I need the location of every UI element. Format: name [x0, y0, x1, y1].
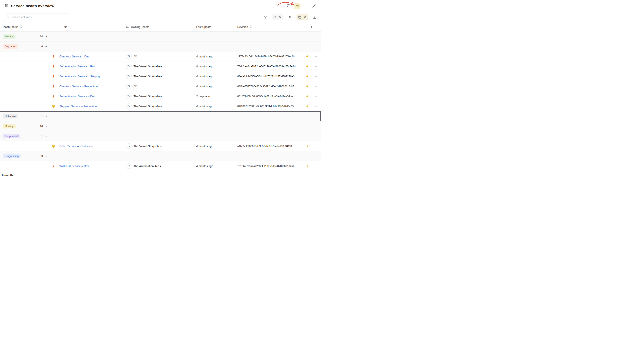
- search-box[interactable]: [4, 14, 71, 21]
- revision-value: 78dc2aa64a7b72de545278a7ad28609e1f547e2d: [237, 65, 296, 68]
- filter-button[interactable]: [262, 14, 268, 20]
- status-badge: Progressing: [3, 154, 20, 159]
- table-row[interactable]: Wish List Service – Dev TA The Automatio…: [0, 161, 320, 171]
- chevron-icon[interactable]: [45, 135, 48, 138]
- entity-link[interactable]: Authentication Service – Dev: [60, 95, 95, 98]
- column-header-revision[interactable]: Revision: [236, 25, 302, 29]
- microservice-icon: [52, 164, 56, 168]
- column-header-owning-teams[interactable]: Owning Teams: [123, 25, 195, 29]
- run-action-icon[interactable]: [306, 85, 309, 88]
- results-count: 6 results: [2, 174, 14, 177]
- owning-teams-cell: [123, 32, 195, 41]
- last-update-cell: 4 months ago: [195, 71, 236, 81]
- chevron-icon[interactable]: [45, 35, 48, 38]
- last-update-cell: 4 months ago: [195, 141, 236, 151]
- avatar: TV: [126, 104, 132, 109]
- save-button[interactable]: [294, 3, 300, 9]
- owning-teams-cell: TA The Automation Aces: [123, 161, 195, 171]
- collapse-button[interactable]: [310, 3, 317, 9]
- row-menu-icon[interactable]: [314, 75, 317, 78]
- actions-cell: [302, 91, 321, 101]
- download-button[interactable]: [312, 14, 318, 20]
- group-row[interactable]: Degraded 6: [0, 42, 320, 52]
- owning-teams-cell: [123, 121, 195, 131]
- table-row[interactable]: Authentication Service – Prod TV The Vis…: [0, 62, 320, 71]
- revision-cell: a1be5df5f08075dc9c53cbf97b3fcdad98c342f0: [236, 141, 302, 151]
- team-avatars: TATF: [126, 54, 138, 59]
- entity-link[interactable]: Wish List Service – Dev: [60, 165, 89, 168]
- group-row[interactable]: Progressing 3: [0, 151, 320, 161]
- row-menu-icon[interactable]: [314, 105, 317, 108]
- health-status-cell: [0, 81, 50, 91]
- toolbar: [0, 12, 322, 22]
- run-action-icon[interactable]: [306, 55, 309, 58]
- group-count: 6: [41, 45, 43, 48]
- group-row[interactable]: Healthy 24: [0, 32, 320, 42]
- info-icon[interactable]: [20, 25, 22, 29]
- table-row[interactable]: Authentication Service – Staging TV The …: [0, 71, 320, 81]
- team-name: The Visual Storytellers: [134, 65, 162, 68]
- sort-button[interactable]: [287, 14, 293, 20]
- owning-teams-cell: [123, 151, 195, 161]
- run-action-icon[interactable]: [306, 144, 309, 148]
- row-menu-icon[interactable]: [314, 55, 317, 58]
- last-update-cell: [195, 131, 236, 141]
- actions-cell: [302, 131, 321, 141]
- table-row[interactable]: Authentication Service – Dev TV The Visu…: [0, 91, 320, 101]
- avatar: TA: [126, 163, 132, 169]
- run-action-icon[interactable]: [306, 65, 309, 68]
- table-row[interactable]: Order Service – Production TV The Visual…: [0, 141, 320, 151]
- health-status-cell: [0, 52, 50, 61]
- entity-link[interactable]: Checkout Service – Dev: [60, 55, 89, 58]
- row-menu-icon[interactable]: [314, 65, 317, 68]
- entity-link[interactable]: Checkout Service – Production: [60, 85, 98, 88]
- actions-cell: [302, 161, 321, 171]
- revision-value: 82f7862b20921e9d8313ff11dcb1a98b6d7d8c53: [237, 105, 294, 108]
- undo-button[interactable]: [285, 3, 292, 9]
- group-row[interactable]: Unknown 1: [0, 111, 320, 121]
- health-status-cell: Missing 10: [0, 121, 50, 131]
- revision-cell: [236, 151, 302, 161]
- more-options-button[interactable]: [302, 3, 309, 9]
- chevron-icon[interactable]: [45, 125, 48, 128]
- chevron-icon[interactable]: [45, 45, 48, 48]
- clear-group-by-button[interactable]: [278, 14, 283, 20]
- run-action-icon[interactable]: [306, 75, 309, 78]
- group-row[interactable]: Suspended 1: [0, 131, 320, 141]
- title-cell: [50, 151, 123, 161]
- chevron-icon[interactable]: [45, 115, 48, 118]
- table-row[interactable]: Shipping Service – Production TV The Vis…: [0, 101, 320, 111]
- manage-columns-button[interactable]: [297, 14, 302, 20]
- entity-link[interactable]: Authentication Service – Staging: [60, 75, 100, 78]
- title-cell: Authentication Service – Staging: [50, 71, 123, 81]
- entity-link[interactable]: Shipping Service – Production: [60, 105, 97, 108]
- group-row[interactable]: Missing 10: [0, 121, 320, 131]
- clear-columns-button[interactable]: [302, 14, 308, 20]
- status-badge: Unknown: [3, 114, 18, 119]
- run-action-icon[interactable]: [306, 95, 309, 98]
- group-by-button[interactable]: [272, 14, 278, 20]
- entity-link[interactable]: Order Service – Production: [60, 145, 93, 148]
- last-update: 4 months ago: [196, 105, 213, 108]
- row-menu-icon[interactable]: [314, 95, 317, 98]
- run-action-icon[interactable]: [306, 164, 309, 168]
- info-icon[interactable]: [250, 25, 252, 29]
- revision-value: 1d10b77c3a2a22c38f5f10a5dd0c4b10b66102ab: [237, 165, 294, 168]
- table-row[interactable]: Checkout Service – Dev TATF 4 months ago…: [0, 52, 320, 62]
- column-header-title[interactable]: Title: [50, 25, 123, 29]
- entity-link[interactable]: Authentication Service – Prod: [60, 65, 96, 68]
- microservice-icon: [52, 95, 56, 98]
- group-count: 3: [41, 155, 43, 158]
- column-header-health-status[interactable]: Health Status: [0, 25, 50, 29]
- chevron-icon[interactable]: [45, 155, 48, 158]
- add-column-button[interactable]: [302, 22, 321, 31]
- column-header-last-update[interactable]: Last Update: [195, 25, 236, 29]
- row-menu-icon[interactable]: [314, 85, 317, 88]
- revision-cell: [236, 131, 302, 141]
- search-input[interactable]: [12, 16, 69, 19]
- row-menu-icon[interactable]: [314, 164, 317, 168]
- actions-cell: [302, 81, 321, 91]
- row-menu-icon[interactable]: [314, 144, 317, 148]
- run-action-icon[interactable]: [306, 105, 309, 108]
- table-row[interactable]: Checkout Service – Production TATF 4 mon…: [0, 81, 320, 91]
